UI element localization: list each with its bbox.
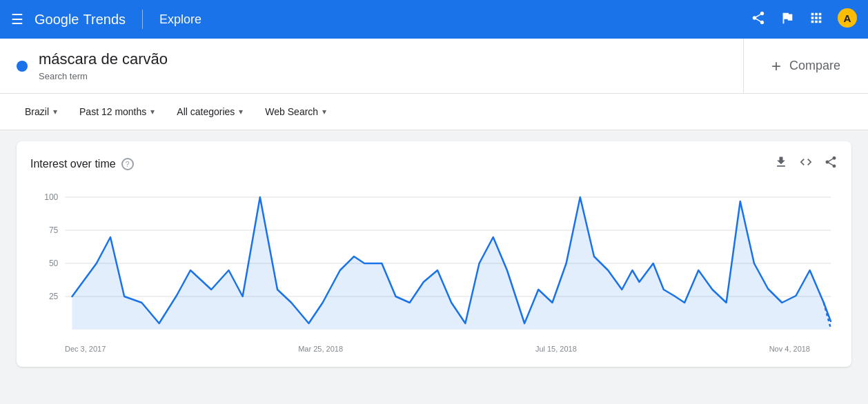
x-axis-labels: Dec 3, 2017 Mar 25, 2018 Jul 15, 2018 No… [30, 342, 838, 353]
chart-svg: 100 75 50 25 [30, 183, 838, 342]
time-label: Past 12 months [79, 106, 146, 117]
chart-title: Interest over time [30, 158, 116, 170]
x-label-mar: Mar 25, 2018 [298, 345, 343, 353]
chart-header: Interest over time ? [30, 155, 838, 172]
compare-label: Compare [789, 59, 840, 73]
app-logo: Google Trends [34, 12, 126, 28]
search-bar: máscara de carvão Search term + Compare [0, 39, 868, 94]
x-label-jul: Jul 15, 2018 [535, 345, 577, 353]
country-filter[interactable]: Brazil ▾ [17, 102, 66, 121]
apps-icon[interactable] [809, 10, 824, 29]
header-divider [142, 10, 143, 29]
chart-actions [774, 155, 838, 172]
search-term-type: Search term [39, 71, 168, 81]
svg-text:75: 75 [49, 225, 59, 235]
filters-bar: Brazil ▾ Past 12 months ▾ All categories… [0, 94, 868, 130]
search-type-chevron: ▾ [322, 107, 326, 117]
search-term-value: máscara de carvão [39, 50, 168, 68]
menu-icon[interactable]: ☰ [11, 11, 23, 28]
chart-help-icon[interactable]: ? [121, 158, 134, 170]
trends-wordmark: Trends [83, 12, 126, 28]
svg-text:A: A [844, 12, 851, 23]
main-content: Interest over time ? [0, 130, 868, 404]
compare-plus-icon: + [771, 57, 781, 76]
account-icon[interactable]: A [838, 8, 857, 31]
flag-icon[interactable] [780, 10, 795, 29]
chart-title-area: Interest over time ? [30, 158, 134, 170]
header-icons: A [751, 8, 857, 31]
google-wordmark: Google [34, 12, 79, 28]
x-label-nov: Nov 4, 2018 [769, 345, 810, 353]
search-term-dot [17, 61, 28, 72]
share-chart-icon[interactable] [824, 155, 838, 172]
search-term-section: máscara de carvão Search term [0, 39, 744, 93]
chart-container: 100 75 50 25 [30, 183, 838, 342]
search-type-label: Web Search [265, 106, 318, 117]
categories-chevron: ▾ [239, 107, 243, 117]
country-label: Brazil [25, 106, 49, 117]
time-chevron: ▾ [150, 107, 155, 117]
svg-text:25: 25 [49, 292, 59, 301]
categories-label: All categories [177, 106, 235, 117]
country-chevron: ▾ [53, 107, 57, 117]
compare-section[interactable]: + Compare [744, 39, 868, 93]
download-icon[interactable] [774, 155, 788, 172]
x-label-dec: Dec 3, 2017 [65, 345, 106, 353]
time-filter[interactable]: Past 12 months ▾ [71, 102, 163, 121]
share-icon[interactable] [751, 10, 766, 29]
explore-label: Explore [159, 12, 201, 27]
interest-over-time-card: Interest over time ? [17, 141, 851, 367]
categories-filter[interactable]: All categories ▾ [168, 102, 251, 121]
embed-icon[interactable] [799, 155, 813, 172]
search-type-filter[interactable]: Web Search ▾ [257, 102, 335, 121]
svg-text:100: 100 [44, 192, 58, 202]
search-term-info: máscara de carvão Search term [39, 50, 168, 81]
app-header: ☰ Google Trends Explore A [0, 0, 868, 39]
svg-text:50: 50 [49, 259, 59, 268]
help-question-mark: ? [126, 160, 130, 168]
